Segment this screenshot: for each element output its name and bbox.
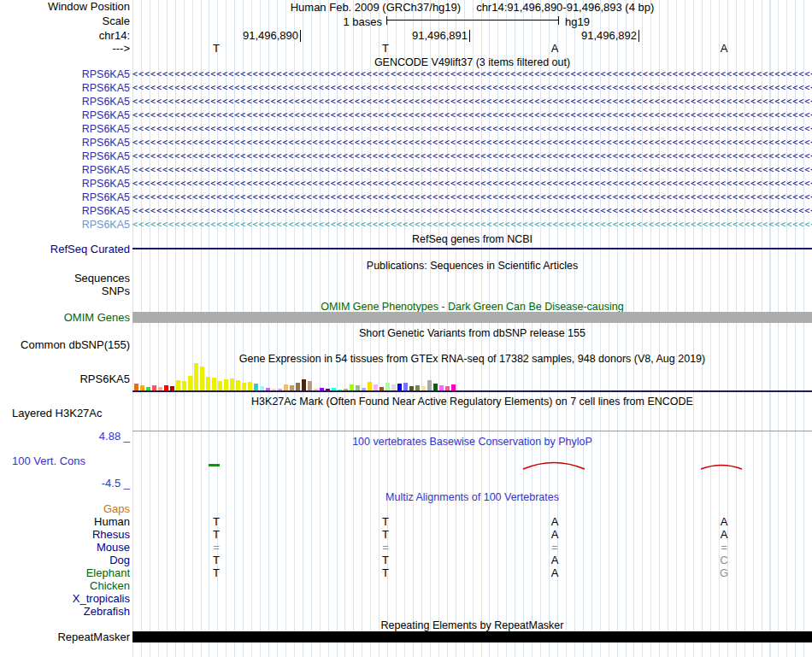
reference-base: A — [551, 43, 559, 55]
scale-label: Scale — [0, 15, 130, 27]
alignment-base: T — [382, 567, 389, 579]
alignment-base: T — [213, 567, 220, 579]
dbsnp-track-label[interactable]: Common dbSNP(155) — [0, 339, 130, 351]
gtex-baseline — [132, 390, 812, 392]
alignment-base: A — [721, 529, 728, 541]
gtex-tissue-bar[interactable] — [206, 377, 210, 391]
window-position-header: Human Feb. 2009 (GRCh37/hg19) chr14:91,4… — [132, 1, 812, 14]
snps-track-label[interactable]: SNPs — [0, 285, 130, 297]
species-label-elephant[interactable]: Elephant — [0, 567, 130, 579]
omim-gene-item[interactable] — [132, 312, 812, 323]
alignment-base: T — [213, 529, 220, 541]
gencode-transcript[interactable]: <<<<<<<<<<<<<<<<<<<<<<<<<<<<<<<<<<<<<<<<… — [132, 191, 812, 203]
gtex-tissue-bar[interactable] — [302, 379, 306, 391]
gencode-item-label[interactable]: RPS6KA5 — [0, 96, 130, 108]
refseq-gene-item[interactable] — [132, 248, 812, 249]
coordinate-tick: 91,496,890 — [243, 30, 301, 42]
alignment-base: G — [720, 567, 728, 579]
species-label-mouse[interactable]: Mouse — [0, 542, 130, 554]
omim-track-title: OMIM Gene Phenotypes - Dark Green Can Be… — [132, 301, 812, 313]
scale-bar — [386, 16, 559, 25]
gtex-tissue-bar[interactable] — [230, 378, 234, 391]
alignment-base: T — [382, 516, 389, 528]
gtex-tissue-bar[interactable] — [194, 363, 198, 391]
phylop-negative-arc — [523, 463, 585, 470]
chrom-label: chr14: — [0, 30, 130, 42]
species-label-zebrafish[interactable]: Zebrafish — [0, 606, 130, 618]
sequences-track-label[interactable]: Sequences — [0, 273, 130, 285]
gencode-transcript[interactable]: <<<<<<<<<<<<<<<<<<<<<<<<<<<<<<<<<<<<<<<<… — [132, 96, 812, 108]
species-label-dog[interactable]: Dog — [0, 554, 130, 566]
gencode-transcript[interactable]: <<<<<<<<<<<<<<<<<<<<<<<<<<<<<<<<<<<<<<<<… — [132, 68, 812, 80]
h3k27ac-baseline — [132, 431, 812, 431]
alignment-base: A — [551, 516, 559, 528]
genome-browser-view: Window Position Scale chr14: ---> Human … — [0, 0, 812, 657]
strand-arrow-label: ---> — [0, 43, 130, 55]
gencode-item-label[interactable]: RPS6KA5 — [0, 68, 130, 80]
gencode-item-label[interactable]: RPS6KA5 — [0, 205, 130, 217]
refseq-curated-label[interactable]: RefSeq Curated — [0, 243, 130, 255]
gencode-transcript[interactable]: <<<<<<<<<<<<<<<<<<<<<<<<<<<<<<<<<<<<<<<<… — [132, 150, 812, 162]
refseq-track-title: RefSeq genes from NCBI — [132, 233, 812, 245]
species-label-rhesus[interactable]: Rhesus — [0, 529, 130, 541]
alignment-base: A — [551, 554, 559, 566]
alignment-base: A — [721, 516, 728, 528]
dbsnp-track-title: Short Genetic Variants from dbSNP releas… — [132, 327, 812, 339]
gencode-transcript[interactable]: <<<<<<<<<<<<<<<<<<<<<<<<<<<<<<<<<<<<<<<<… — [132, 178, 812, 190]
gtex-tissue-bar[interactable] — [200, 367, 204, 391]
gtex-tissue-bar[interactable] — [224, 379, 228, 391]
gencode-item-label[interactable]: RPS6KA5 — [0, 164, 130, 176]
alignment-base: C — [720, 554, 727, 566]
phylop-wiggle[interactable] — [132, 444, 812, 489]
gencode-transcript[interactable]: <<<<<<<<<<<<<<<<<<<<<<<<<<<<<<<<<<<<<<<<… — [132, 109, 812, 121]
gencode-item-label[interactable]: RPS6KA5 — [0, 123, 130, 135]
repeatmasker-track-label[interactable]: RepeatMasker — [0, 631, 130, 643]
coordinate-tick: 91,496,891 — [412, 30, 470, 42]
gtex-tissue-bar[interactable] — [188, 376, 192, 391]
gtex-gene-label[interactable]: RPS6KA5 — [0, 373, 130, 385]
alignment-base: T — [382, 529, 389, 541]
reference-base: A — [721, 43, 728, 55]
h3k27ac-track-title: H3K27Ac Mark (Often Found Near Active Re… — [132, 396, 812, 408]
gencode-transcript[interactable]: <<<<<<<<<<<<<<<<<<<<<<<<<<<<<<<<<<<<<<<<… — [132, 219, 812, 231]
omim-genes-label[interactable]: OMIM Genes — [0, 312, 130, 324]
species-label-x_tropicalis[interactable]: X_tropicalis — [0, 593, 130, 605]
species-label-gaps[interactable]: Gaps — [0, 503, 130, 515]
gtex-tissue-bar[interactable] — [212, 378, 216, 391]
gencode-item-label[interactable]: RPS6KA5 — [0, 137, 130, 149]
gencode-item-label[interactable]: RPS6KA5 — [0, 150, 130, 162]
gencode-item-label[interactable]: RPS6KA5 — [0, 82, 130, 94]
alignment-base: = — [551, 542, 558, 554]
repeatmasker-item[interactable] — [132, 631, 812, 642]
alignment-base: T — [213, 516, 220, 528]
scale-value: 1 bases — [343, 15, 382, 28]
genome-version: hg19 — [565, 15, 590, 28]
phylop-max-label: 4.88 _ — [0, 431, 130, 443]
gencode-item-label[interactable]: RPS6KA5 — [0, 191, 130, 203]
gencode-item-label[interactable]: RPS6KA5 — [0, 109, 130, 121]
gtex-bar-chart[interactable] — [134, 362, 456, 391]
alignment-base: = — [382, 542, 389, 554]
gencode-transcript[interactable]: <<<<<<<<<<<<<<<<<<<<<<<<<<<<<<<<<<<<<<<<… — [132, 137, 812, 149]
gencode-track-title: GENCODE V49lift37 (3 items filtered out) — [132, 56, 812, 68]
reference-base: T — [213, 43, 220, 55]
reference-base: T — [382, 43, 389, 55]
gencode-transcript[interactable]: <<<<<<<<<<<<<<<<<<<<<<<<<<<<<<<<<<<<<<<<… — [132, 205, 812, 217]
coordinate-tick: 91,496,892 — [581, 30, 639, 42]
gencode-item-label[interactable]: RPS6KA5 — [0, 178, 130, 190]
phylop-track-label[interactable]: 100 Vert. Cons — [12, 455, 85, 467]
gencode-transcript[interactable]: <<<<<<<<<<<<<<<<<<<<<<<<<<<<<<<<<<<<<<<<… — [132, 123, 812, 135]
phylop-positive-mark — [209, 464, 220, 466]
position-range: chr14:91,496,890-91,496,893 (4 bp) — [476, 1, 654, 14]
gencode-transcript[interactable]: <<<<<<<<<<<<<<<<<<<<<<<<<<<<<<<<<<<<<<<<… — [132, 164, 812, 176]
gencode-item-label[interactable]: RPS6KA5 — [0, 219, 130, 231]
gencode-transcript[interactable]: <<<<<<<<<<<<<<<<<<<<<<<<<<<<<<<<<<<<<<<<… — [132, 82, 812, 94]
species-label-chicken[interactable]: Chicken — [0, 580, 130, 592]
publications-track-title: Publications: Sequences in Scientific Ar… — [132, 260, 812, 272]
species-label-human[interactable]: Human — [0, 516, 130, 528]
h3k27ac-track-label[interactable]: Layered H3K27Ac — [12, 408, 103, 419]
phylop-min-label: -4.5 _ — [0, 478, 130, 490]
alignment-base: = — [721, 542, 727, 554]
phylop-negative-arc — [701, 466, 742, 470]
repeatmasker-track-title: Repeating Elements by RepeatMasker — [132, 619, 812, 631]
